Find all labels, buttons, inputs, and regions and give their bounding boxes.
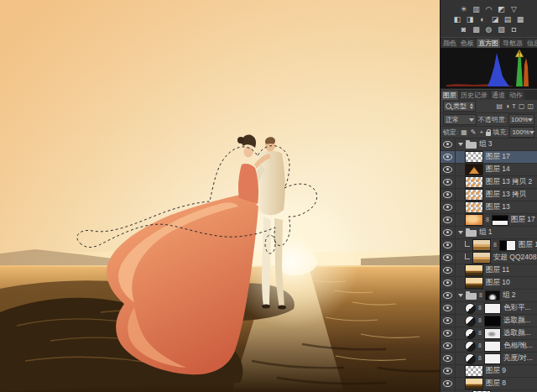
layer-row[interactable]: 8选取颜... (441, 327, 537, 340)
layer-mask-thumbnail[interactable] (492, 215, 508, 226)
tab-swatches[interactable]: 色板 (459, 39, 476, 48)
layer-thumbnail[interactable] (465, 201, 483, 213)
tab-layers[interactable]: 图层 (441, 91, 458, 100)
layer-row[interactable]: 图层 13 拷贝 (441, 189, 537, 201)
layer-thumbnail[interactable] (465, 151, 483, 163)
visibility-toggle[interactable] (441, 302, 456, 314)
visibility-toggle[interactable] (441, 264, 456, 276)
color-lookup-icon[interactable]: ▦ (515, 15, 525, 24)
layer-mask-thumbnail[interactable] (485, 290, 500, 301)
visibility-toggle[interactable] (441, 189, 456, 201)
pixel-layer-filter-icon[interactable]: ▤ (496, 102, 504, 111)
visibility-toggle[interactable] (441, 327, 456, 339)
visibility-toggle[interactable] (441, 214, 456, 226)
color-balance-icon[interactable]: ◨ (465, 15, 475, 24)
tab-channels[interactable]: 通道 (490, 91, 507, 100)
tab-info[interactable]: 信息 (525, 39, 537, 48)
layer-row[interactable]: 图层 13 拷贝 2 (441, 176, 537, 189)
visibility-toggle[interactable] (441, 201, 456, 213)
visibility-toggle[interactable] (441, 139, 456, 150)
adjustment-layer-filter-icon[interactable]: ◑ (504, 102, 510, 111)
layer-thumbnail[interactable] (465, 214, 483, 226)
threshold-icon[interactable]: ◍ (484, 25, 494, 34)
mask-link-icon[interactable]: 8 (486, 217, 489, 223)
visibility-toggle[interactable] (441, 176, 456, 188)
layer-thumbnail[interactable] (465, 365, 483, 377)
layer-mask-thumbnail[interactable] (484, 303, 501, 314)
mask-link-icon[interactable]: 8 (478, 330, 482, 337)
visibility-toggle[interactable] (441, 290, 456, 301)
exposure-icon[interactable]: ◩ (497, 5, 507, 14)
visibility-toggle[interactable] (441, 252, 456, 264)
shape-layer-filter-icon[interactable]: ▢ (518, 102, 526, 111)
layer-mask-thumbnail[interactable] (484, 341, 501, 352)
visibility-toggle[interactable] (441, 365, 456, 377)
tab-actions[interactable]: 动作 (508, 91, 524, 100)
layer-mask-thumbnail[interactable] (484, 316, 501, 327)
layer-mask-thumbnail[interactable] (484, 353, 501, 364)
curves-icon[interactable]: ◠ (484, 5, 494, 14)
opacity-field[interactable]: 100% (508, 114, 534, 125)
gradient-map-icon[interactable]: ▨ (497, 25, 507, 34)
mask-link-icon[interactable]: 8 (478, 342, 482, 349)
lock-transparent-pixels-icon[interactable]: ▦ (460, 128, 468, 137)
layer-thumbnail[interactable] (465, 264, 483, 276)
mask-link-icon[interactable]: 8 (478, 317, 482, 324)
layer-thumbnail[interactable] (472, 252, 491, 264)
layer-row[interactable]: 图层 11 (441, 264, 537, 277)
tab-histogram[interactable]: 直方图 (477, 39, 500, 48)
group-row[interactable]: 8组 2 (441, 290, 537, 302)
group-row[interactable]: 组 1 (441, 227, 537, 239)
posterize-icon[interactable]: ▩ (472, 25, 482, 34)
visibility-toggle[interactable] (441, 315, 456, 327)
group-row[interactable]: 组 3 (441, 139, 537, 151)
layer-thumbnail[interactable] (465, 189, 483, 201)
vibrance-icon[interactable]: ▽ (509, 5, 519, 14)
layer-row[interactable]: 8图层 17 拷贝 (441, 214, 537, 227)
visibility-toggle[interactable] (441, 227, 456, 238)
mask-link-icon[interactable]: 8 (478, 355, 482, 362)
tab-navigator[interactable]: 导航器 (501, 39, 524, 48)
layer-row[interactable]: 图层 13 (441, 201, 537, 214)
visibility-toggle[interactable] (441, 353, 456, 364)
black-white-icon[interactable]: ◐ (477, 15, 487, 24)
mask-link-icon[interactable]: 8 (479, 292, 482, 299)
lock-all-icon[interactable] (486, 132, 491, 136)
layer-row[interactable]: 图层 14 (441, 164, 537, 176)
lock-image-pixels-icon[interactable]: ✎ (470, 128, 477, 137)
mask-link-icon[interactable]: 8 (478, 305, 482, 311)
blend-mode-select[interactable]: 正常 (443, 114, 477, 125)
lock-position-icon[interactable]: + (479, 128, 485, 137)
visibility-toggle[interactable] (441, 164, 456, 175)
layer-mask-thumbnail[interactable] (484, 328, 501, 339)
fill-field[interactable]: 100% (509, 127, 534, 138)
visibility-toggle[interactable] (441, 239, 456, 251)
hue-saturation-icon[interactable]: ◧ (452, 15, 462, 24)
selective-color-icon[interactable]: ◘ (509, 25, 519, 34)
visibility-toggle[interactable] (441, 340, 456, 352)
levels-icon[interactable]: ▥ (472, 5, 482, 14)
tab-color[interactable]: 颜色 (441, 39, 458, 48)
visibility-toggle[interactable] (441, 378, 456, 389)
photo-filter-icon[interactable]: ◪ (490, 15, 500, 24)
channel-mixer-icon[interactable]: ▤ (503, 15, 513, 24)
expand-caret-icon[interactable] (458, 143, 463, 146)
layer-thumbnail[interactable] (465, 176, 483, 188)
layer-row[interactable]: 8图层 16 (441, 239, 537, 252)
layer-row[interactable]: 安超 QQ240836817 (441, 252, 537, 264)
layer-row[interactable]: 8色相/饱... (441, 340, 537, 353)
layer-row[interactable]: 图层 8 (441, 378, 537, 390)
layer-row[interactable]: 图层 9 (441, 365, 537, 378)
expand-caret-icon[interactable] (458, 294, 463, 297)
document-canvas[interactable] (0, 0, 440, 392)
type-layer-filter-icon[interactable]: T (511, 102, 517, 111)
layer-row[interactable]: 8选取颜... (441, 315, 537, 327)
brightness-contrast-icon[interactable]: ☀ (459, 5, 469, 14)
layer-mask-thumbnail[interactable] (499, 240, 516, 251)
layer-thumbnail[interactable] (465, 164, 483, 175)
invert-icon[interactable]: ◙ (459, 25, 469, 34)
smart-object-filter-icon[interactable]: ◫ (526, 102, 534, 111)
visibility-toggle[interactable] (441, 151, 456, 163)
mask-link-icon[interactable]: 8 (493, 242, 497, 248)
clipping-warning-icon[interactable] (515, 50, 524, 57)
